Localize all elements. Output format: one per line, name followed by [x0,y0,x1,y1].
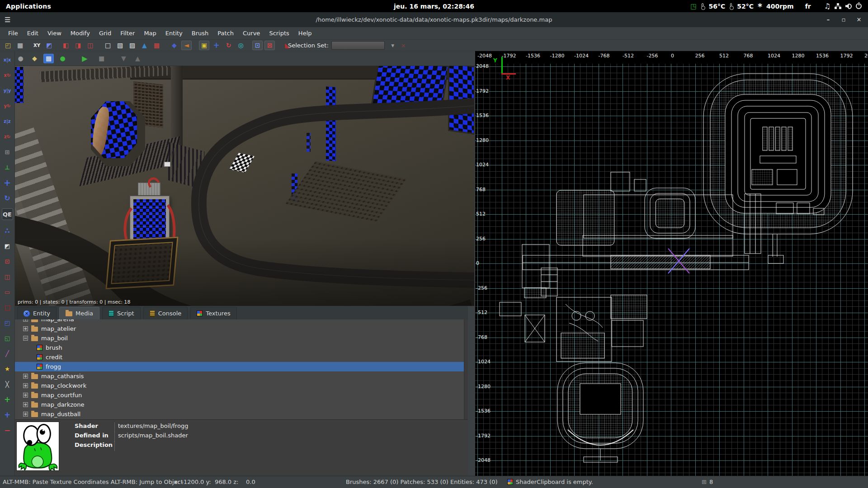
extrude-tool-icon[interactable]: ◫ [2,272,13,282]
face-tool-icon[interactable]: ⊡ [2,256,13,266]
open-file-icon[interactable]: ◰ [3,41,13,50]
tree-row[interactable]: − map_boil [15,333,468,343]
download-map-icon[interactable]: ▼ [118,54,129,63]
brush-flip-z-icon[interactable]: ◫ [85,41,95,50]
csg-merge-icon[interactable]: ◱ [2,333,13,343]
tab-textures[interactable]: Textures [190,307,236,319]
close-button[interactable]: ✕ [854,16,863,23]
curve-delete-icon[interactable]: − [2,425,13,435]
tree-row[interactable]: frogg [15,362,468,371]
texture-mode-icon[interactable]: ▩ [43,54,54,63]
expander-icon[interactable]: + [23,326,28,331]
xy-view-icon[interactable]: XY [32,41,42,50]
tree-row[interactable]: + map_catharsis [15,371,468,381]
flip-x-icon[interactable]: x|x [2,55,13,65]
amd-gpu-icon[interactable]: ◳ [690,2,697,10]
tab-entity[interactable]: × Entity [17,307,57,319]
tree-row[interactable]: + map_courtfun [15,390,468,400]
volume-icon[interactable] [845,4,852,9]
drop-to-floor-icon[interactable]: ⊥ [2,162,13,172]
rotate-y-icon[interactable]: y↻ [2,101,13,111]
patch-star-icon[interactable]: ★ [2,364,13,374]
paste-brush-icon[interactable]: ▧ [115,41,125,50]
texture-flip-icon[interactable]: ◩ [44,41,54,50]
rotate-tool-icon[interactable]: ↻ [2,193,13,203]
menu-item[interactable]: Modify [66,28,94,38]
menu-item[interactable]: View [43,28,66,38]
upload-map-icon[interactable]: ▲ [132,54,143,63]
rubik-texture-icon[interactable]: ▩ [151,41,162,50]
qe-tool-icon[interactable]: QE [2,208,13,220]
curve-add-icon[interactable]: + [2,394,13,404]
brush-flip-y-icon[interactable]: ◨ [73,41,83,50]
fan-speed[interactable]: 400rpm [766,3,794,10]
network-icon[interactable] [835,3,841,9]
translate-tool-icon[interactable]: + [2,178,13,188]
cpu-temp[interactable]: 56°C [708,3,725,10]
tree-row[interactable]: + map_dustball [15,409,468,419]
expander-icon[interactable]: + [23,412,28,417]
expander-icon[interactable]: + [23,374,28,379]
menu-item[interactable]: Entity [161,28,187,38]
tab-script[interactable]: Script [102,307,141,319]
marquee-tool-icon[interactable]: ▭ [2,287,13,297]
snap-grid-icon[interactable]: ⊞ [2,147,13,157]
texture-apply-icon[interactable]: ◆ [169,41,179,50]
expander-icon[interactable]: − [23,336,28,341]
music-player-icon[interactable]: ♫ [824,2,830,10]
tab-media[interactable]: Media [59,307,99,319]
expander-icon[interactable]: + [23,319,28,322]
camera-viewport[interactable]: prims: 0 | states: 0 | transforms: 0 | m… [15,66,474,306]
expand-selection-icon[interactable]: + [211,41,222,50]
tab-console[interactable]: Console [143,307,188,319]
tree-row[interactable]: + map_atelier [15,324,468,333]
selection-set-clear-icon[interactable]: × [401,42,406,49]
texture-lock-icon[interactable]: ▣ [199,41,209,50]
menu-item[interactable]: Filter [116,28,139,38]
select-inside-icon[interactable]: ⊠ [264,41,275,50]
brush-mode-icon[interactable]: ◆ [29,54,40,63]
tree-row[interactable]: + map_darkzone [15,400,468,409]
copy-brush-icon[interactable]: □ [103,41,113,50]
gpu-temp[interactable]: 52°C [737,3,754,10]
media-tree[interactable]: + map_arena + map_atelier − map_bo [15,319,468,419]
save-file-icon[interactable]: ▦ [15,41,25,50]
sound-toggle-icon[interactable]: ◄ [181,41,192,50]
menu-item[interactable]: Grid [94,28,116,38]
flip-y-icon[interactable]: y|y [2,85,13,95]
build-stop-icon[interactable]: ■ [96,54,107,63]
clipper-tool-icon[interactable]: ╱ [2,348,13,358]
keyboard-layout[interactable]: fr [805,3,811,10]
rotate-x-icon[interactable]: x↻ [2,70,13,80]
rotate-z-icon[interactable]: z↻ [2,131,13,141]
expander-icon[interactable]: + [23,402,28,407]
expander-icon[interactable]: + [23,393,28,398]
menu-item[interactable]: Curve [238,28,264,38]
curve-edit-icon[interactable]: ╳ [2,379,13,389]
entity-marker-icon[interactable]: ▲ [139,41,150,50]
origin-target-icon[interactable]: ◎ [236,41,246,50]
selection-set-dropdown-arrow[interactable]: ▼ [387,41,398,50]
tree-row[interactable]: credit [15,352,468,362]
menu-item[interactable]: Scripts [264,28,293,38]
tree-row[interactable]: + map_clockwork [15,381,468,390]
pattern-brush-icon[interactable]: ▨ [127,41,137,50]
select-mode-icon[interactable]: ● [15,54,26,63]
tree-row[interactable]: + map_arena [15,319,468,324]
csg-subtract-icon[interactable]: ◰ [2,318,13,328]
orthographic-viewport[interactable]: -2048-1792-1536-1280-1024-768-512-256025… [475,51,868,476]
tree-row[interactable]: brush [15,343,468,352]
menu-item[interactable]: File [4,28,23,38]
selection-set-combobox[interactable] [331,41,385,50]
select-touching-icon[interactable]: ⊡ [252,41,263,50]
expander-icon[interactable]: + [23,383,28,388]
region-tool-icon[interactable]: ◻ [2,302,13,312]
build-run-icon[interactable]: ▶ [80,54,90,63]
menu-item[interactable]: Patch [213,28,238,38]
power-icon[interactable] [856,3,862,9]
flip-z-icon[interactable]: z|z [2,116,13,126]
brush-flip-x-icon[interactable]: ◧ [61,41,71,50]
menu-item[interactable]: Help [294,28,316,38]
menu-item[interactable]: Brush [187,28,213,38]
menu-item[interactable]: Edit [23,28,43,38]
